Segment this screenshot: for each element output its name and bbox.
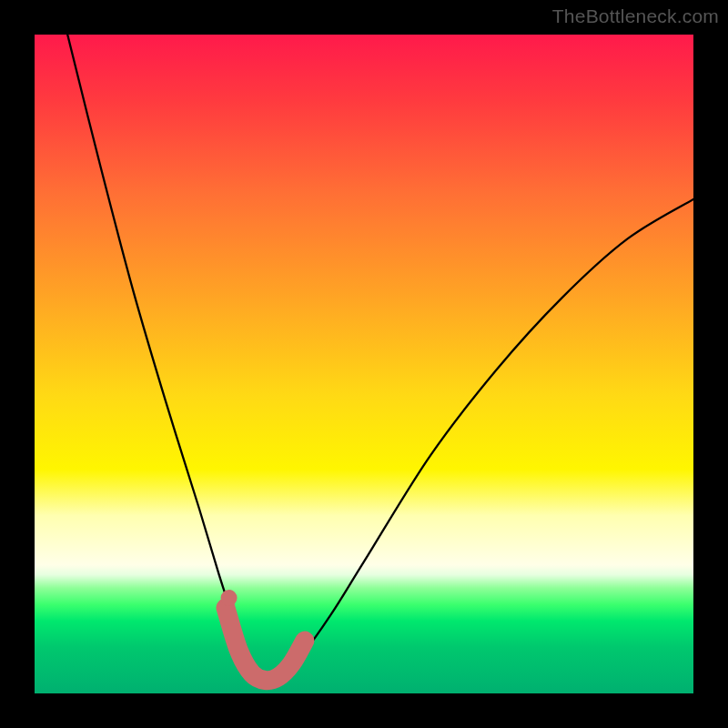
bottleneck-curve: [67, 35, 693, 681]
plot-area: [35, 35, 693, 693]
chart-frame: TheBottleneck.com: [0, 0, 728, 728]
chart-svg: [35, 35, 693, 693]
svg-point-0: [221, 590, 238, 606]
highlight-dot: [221, 590, 238, 606]
watermark-text: TheBottleneck.com: [552, 5, 719, 27]
highlight-band: [226, 608, 305, 681]
